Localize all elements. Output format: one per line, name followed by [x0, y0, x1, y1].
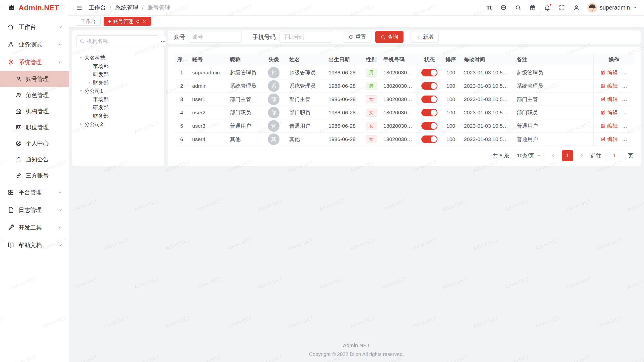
reset-button[interactable]: 重置: [343, 31, 371, 43]
more-actions-button[interactable]: •••: [622, 85, 627, 89]
caret-icon[interactable]: [80, 123, 82, 125]
sidebar-item-personal-center[interactable]: 个人中心: [0, 135, 69, 151]
gender-badge: 女: [366, 122, 377, 130]
sidebar-item-third-party-account[interactable]: 三方账号: [0, 167, 69, 184]
more-actions-button[interactable]: •••: [622, 112, 627, 116]
phone-input[interactable]: [279, 31, 332, 43]
edit-button[interactable]: 编辑: [600, 136, 618, 143]
tree-node[interactable]: 财务部: [76, 78, 160, 87]
sidebar-item-system-management[interactable]: 系统管理: [0, 53, 69, 71]
sidebar-item-log-management[interactable]: 日志管理: [0, 201, 69, 219]
tree-node[interactable]: 分公司2: [76, 120, 160, 128]
more-actions-button[interactable]: •••: [622, 139, 627, 143]
cell-nickname: 超级管理员: [227, 66, 261, 79]
font-size-icon[interactable]: Tt: [485, 4, 493, 12]
avatar: 超: [268, 67, 279, 78]
tree-more-button[interactable]: •••: [161, 36, 166, 47]
sidebar-item-label: 个人中心: [26, 140, 49, 147]
breadcrumb-workbench[interactable]: 工作台: [89, 4, 106, 12]
status-toggle[interactable]: [421, 122, 437, 130]
tree-node[interactable]: 市场部: [76, 95, 160, 103]
sidebar-item-position-management[interactable]: 职位管理: [0, 119, 69, 135]
cell-phone: 18020030720: [380, 119, 418, 133]
sidebar-item-org-management[interactable]: 机构管理: [0, 103, 69, 119]
user-menu[interactable]: superadmin: [587, 3, 637, 13]
edit-button[interactable]: 编辑: [600, 96, 618, 103]
account-input[interactable]: [189, 31, 242, 43]
sidebar-item-business-test[interactable]: 业务测试: [0, 36, 69, 53]
hamburger-menu-icon[interactable]: [76, 5, 83, 11]
cell-actions: 编辑•••: [593, 133, 634, 146]
tree-node[interactable]: 财务部: [76, 112, 160, 120]
refresh-icon[interactable]: [136, 19, 140, 23]
goto-page-input[interactable]: [606, 150, 623, 161]
breadcrumb-system-management[interactable]: 系统管理: [115, 4, 138, 12]
status-toggle[interactable]: [421, 82, 437, 90]
page-size-select[interactable]: 10条/页: [514, 150, 544, 161]
status-toggle[interactable]: [421, 135, 437, 143]
status-toggle[interactable]: [421, 96, 437, 103]
add-button[interactable]: 新增: [411, 31, 439, 43]
tree-node[interactable]: 分公司1: [76, 87, 160, 95]
caret-icon[interactable]: [79, 90, 82, 92]
edit-button[interactable]: 编辑: [600, 69, 618, 76]
cell-nickname: 部门职员: [227, 106, 261, 119]
tab-label: 账号管理: [113, 18, 133, 25]
cell-actions: 编辑•••: [593, 93, 634, 106]
col-modified: 修改时间: [461, 54, 514, 66]
bell-icon[interactable]: [544, 4, 551, 12]
globe-icon[interactable]: [500, 4, 507, 12]
sidebar-item-platform-management[interactable]: 平台管理: [0, 184, 69, 201]
avatar: 普: [268, 120, 279, 132]
cell-name: 系统管理员: [286, 79, 326, 93]
tab-account-management[interactable]: 账号管理: [104, 17, 151, 26]
prev-page-button[interactable]: [549, 151, 557, 160]
cell-modified: 2023-01-03 10:59:44: [461, 66, 514, 79]
tree-node[interactable]: 研发部: [76, 103, 160, 112]
tree-node[interactable]: 研发部: [76, 70, 160, 78]
edit-button[interactable]: 编辑: [600, 122, 618, 129]
close-icon[interactable]: [142, 19, 146, 23]
avatar: 系: [268, 80, 279, 92]
cell-birthday: 1986-06-28: [326, 106, 362, 119]
sidebar-item-role-management[interactable]: 角色管理: [0, 87, 69, 103]
cell-remark: 普通用户: [514, 119, 593, 133]
search-icon[interactable]: [514, 4, 522, 12]
sidebar-item-dev-tools[interactable]: 开发工具: [0, 219, 69, 236]
edit-button[interactable]: 编辑: [600, 82, 618, 89]
sidebar-item-help-docs[interactable]: 帮助文档: [0, 236, 69, 254]
grid-icon: [8, 189, 14, 196]
more-actions-button[interactable]: •••: [622, 72, 627, 76]
org-search-input[interactable]: [87, 38, 155, 44]
page-number-button[interactable]: 1: [562, 150, 573, 161]
fullscreen-icon[interactable]: [558, 4, 566, 12]
avatar: 部: [268, 107, 279, 118]
cell-account: user3: [189, 119, 227, 133]
filter-bar: 账号 手机号码 重置 查询 新增: [168, 30, 641, 44]
sidebar-item-notice[interactable]: 通知公告: [0, 151, 69, 167]
edit-button[interactable]: 编辑: [600, 109, 618, 116]
cell-order: 100: [441, 106, 461, 119]
tool-icon: [8, 224, 14, 231]
tree-node[interactable]: 大名科技: [76, 54, 160, 62]
tree-node[interactable]: 市场部: [76, 62, 160, 70]
user-icon[interactable]: [573, 4, 580, 12]
query-button[interactable]: 查询: [375, 31, 404, 43]
caret-icon[interactable]: [79, 57, 82, 59]
cell-actions: 编辑•••: [593, 79, 634, 93]
status-toggle[interactable]: [421, 109, 437, 116]
sidebar-item-workbench[interactable]: 工作台: [0, 18, 69, 36]
cell-avatar: 普: [261, 119, 286, 133]
link-icon: [16, 172, 22, 178]
cell-phone: 18020030720: [380, 93, 418, 106]
more-actions-button[interactable]: •••: [622, 99, 627, 103]
more-actions-button[interactable]: •••: [622, 125, 627, 129]
next-page-button[interactable]: [578, 151, 586, 160]
caret-icon[interactable]: [89, 81, 90, 84]
logo: Admin.NET: [0, 0, 69, 16]
gift-icon[interactable]: [529, 4, 537, 12]
status-toggle[interactable]: [421, 69, 437, 76]
edit-icon: [600, 110, 606, 115]
sidebar-item-account-management[interactable]: 账号管理: [0, 71, 69, 87]
tab-workbench[interactable]: 工作台: [76, 17, 101, 26]
